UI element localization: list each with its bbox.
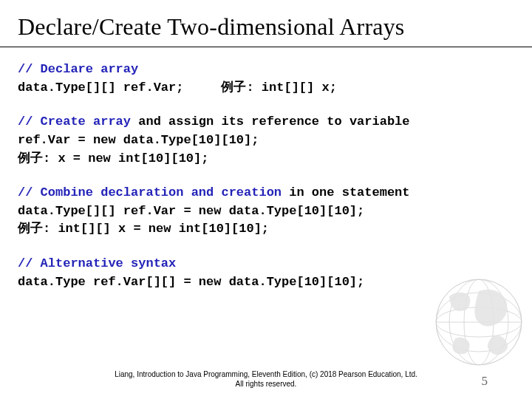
code-block-combine: // Combine declaration and creation in o…	[18, 184, 520, 239]
comment-create-suffix: and assign its reference to variable	[131, 115, 409, 129]
comment-alternative: // Alternative syntax	[18, 256, 176, 270]
footer-line2: All rights reserved.	[236, 380, 297, 388]
comment-combine: // Combine declaration and creation	[18, 185, 282, 200]
code-combine-2: 例子: int[][] x = new int[10][10];	[18, 222, 269, 236]
footer-citation: Liang, Introduction to Java Programming,…	[0, 370, 532, 389]
slide-content: // Declare array data.Type[][] ref.Var; …	[0, 47, 532, 291]
footer-line1: Liang, Introduction to Java Programming,…	[115, 370, 417, 378]
code-create-1: ref.Var = new data.Type[10][10];	[18, 133, 259, 147]
slide-title: Declare/Create Two-dimensional Arrays	[0, 0, 532, 47]
comment-declare: // Declare array	[18, 62, 138, 76]
comment-create: // Create array	[18, 115, 131, 129]
code-alternative-1: data.Type ref.Var[][] = new data.Type[10…	[18, 275, 364, 289]
code-block-create: // Create array and assign its reference…	[18, 113, 520, 168]
code-declare: data.Type[][] ref.Var; 例子: int[][] x;	[18, 81, 337, 95]
code-create-2: 例子: x = new int[10][10];	[18, 151, 208, 166]
code-block-declare: // Declare array data.Type[][] ref.Var; …	[18, 61, 520, 97]
comment-combine-suffix: in one statement	[282, 185, 409, 200]
page-number: 5	[482, 374, 488, 389]
globe-icon	[434, 278, 523, 366]
code-combine-1: data.Type[][] ref.Var = new data.Type[10…	[18, 204, 364, 218]
